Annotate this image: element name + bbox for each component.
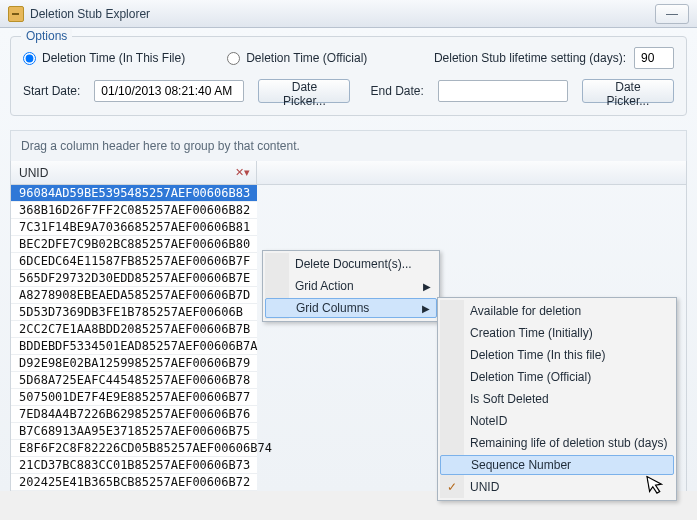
submenu-item-label: NoteID xyxy=(470,414,507,428)
window-titlebar: Deletion Stub Explorer — xyxy=(0,0,697,28)
radio-deletion-time-in-file[interactable]: Deletion Time (In This File) xyxy=(23,51,185,65)
radio-in-file-label: Deletion Time (In This File) xyxy=(42,51,185,65)
column-header-row: UNID ✕▾ xyxy=(10,161,687,185)
submenu-item-label: Is Soft Deleted xyxy=(470,392,549,406)
context-menu-item[interactable]: Grid Action▶ xyxy=(265,275,437,297)
submenu-item-label: Remaining life of deletion stub (days) xyxy=(470,436,667,450)
context-menu-item[interactable]: Delete Document(s)... xyxy=(265,253,437,275)
submenu-item-label: Creation Time (Initially) xyxy=(470,326,593,340)
submenu-item[interactable]: NoteID xyxy=(440,410,674,432)
table-row[interactable]: 7C31F14BE9A7036685257AEF00606B81 xyxy=(11,219,257,236)
table-row[interactable]: 565DF29732D30EDD85257AEF00606B7E xyxy=(11,270,257,287)
group-drop-zone[interactable]: Drag a column header here to group by th… xyxy=(10,130,687,161)
table-row[interactable]: A8278908EBEAEDA585257AEF00606B7D xyxy=(11,287,257,304)
submenu-item[interactable]: Is Soft Deleted xyxy=(440,388,674,410)
window-title: Deletion Stub Explorer xyxy=(30,0,150,28)
table-row[interactable]: 202425E41B365BCB85257AEF00606B72 xyxy=(11,474,257,491)
submenu-item-label: Available for deletion xyxy=(470,304,581,318)
table-row[interactable]: 368B16D26F7FF2C085257AEF00606B82 xyxy=(11,202,257,219)
submenu-arrow-icon: ▶ xyxy=(423,281,431,292)
table-row[interactable]: 5D53D7369DB3FE1B785257AEF00606B xyxy=(11,304,257,321)
table-row[interactable]: 6DCEDC64E11587FB85257AEF00606B7F xyxy=(11,253,257,270)
check-icon: ✓ xyxy=(445,480,459,494)
submenu-item-label: Deletion Time (Official) xyxy=(470,370,591,384)
table-row[interactable]: 2CC2C7E1AA8BDD2085257AEF00606B7B xyxy=(11,321,257,338)
submenu-arrow-icon: ▶ xyxy=(422,303,430,314)
table-row[interactable]: D92E98E02BA1259985257AEF00606B79 xyxy=(11,355,257,372)
minimize-button[interactable]: — xyxy=(655,4,689,24)
submenu-item-label: UNID xyxy=(470,480,499,494)
grid-columns-submenu[interactable]: Available for deletionCreation Time (Ini… xyxy=(437,297,677,501)
submenu-item[interactable]: Deletion Time (In this file) xyxy=(440,344,674,366)
submenu-item[interactable]: Creation Time (Initially) xyxy=(440,322,674,344)
table-row[interactable]: 7ED84A4B7226B62985257AEF00606B76 xyxy=(11,406,257,423)
table-row[interactable]: 21CD37BC883CC01B85257AEF00606B73 xyxy=(11,457,257,474)
start-date-label: Start Date: xyxy=(23,84,80,98)
submenu-item-label: Sequence Number xyxy=(471,458,571,472)
options-group-label: Options xyxy=(21,29,72,43)
column-header-unid[interactable]: UNID ✕▾ xyxy=(11,161,257,184)
start-date-input[interactable] xyxy=(94,80,244,102)
radio-official-input[interactable] xyxy=(227,52,240,65)
context-menu[interactable]: Delete Document(s)...Grid Action▶Grid Co… xyxy=(262,250,440,322)
column-header-label: UNID xyxy=(19,166,48,180)
table-row[interactable]: BDDEBDF5334501EAD85257AEF00606B7A xyxy=(11,338,257,355)
submenu-item[interactable]: ✓UNID xyxy=(440,476,674,498)
lifetime-input[interactable] xyxy=(634,47,674,69)
lifetime-label: Deletion Stub lifetime setting (days): xyxy=(434,51,626,65)
end-date-label: End Date: xyxy=(370,84,423,98)
table-row[interactable]: E8F6F2C8F82226CD05B85257AEF00606B74 xyxy=(11,440,257,457)
app-icon xyxy=(8,6,24,22)
submenu-item[interactable]: Deletion Time (Official) xyxy=(440,366,674,388)
table-row[interactable]: BEC2DFE7C9B02BC885257AEF00606B80 xyxy=(11,236,257,253)
table-row[interactable]: 96084AD59BE5395485257AEF00606B83 xyxy=(11,185,257,202)
radio-deletion-time-official[interactable]: Deletion Time (Official) xyxy=(227,51,367,65)
table-row[interactable]: 5D68A725EAFC445485257AEF00606B78 xyxy=(11,372,257,389)
end-date-picker-button[interactable]: Date Picker... xyxy=(582,79,674,103)
options-group: Options Deletion Time (In This File) Del… xyxy=(10,36,687,116)
submenu-item-label: Deletion Time (In this file) xyxy=(470,348,605,362)
radio-in-file-input[interactable] xyxy=(23,52,36,65)
table-row[interactable]: 5075001DE7F4E9E885257AEF00606B77 xyxy=(11,389,257,406)
start-date-picker-button[interactable]: Date Picker... xyxy=(258,79,350,103)
table-row[interactable]: B7C68913AA95E37185257AEF00606B75 xyxy=(11,423,257,440)
filter-icon[interactable]: ✕▾ xyxy=(235,166,250,179)
end-date-input[interactable] xyxy=(438,80,568,102)
radio-official-label: Deletion Time (Official) xyxy=(246,51,367,65)
submenu-item[interactable]: Sequence Number xyxy=(440,455,674,475)
submenu-item[interactable]: Available for deletion xyxy=(440,300,674,322)
context-menu-item[interactable]: Grid Columns▶ xyxy=(265,298,437,318)
submenu-item[interactable]: Remaining life of deletion stub (days) xyxy=(440,432,674,454)
